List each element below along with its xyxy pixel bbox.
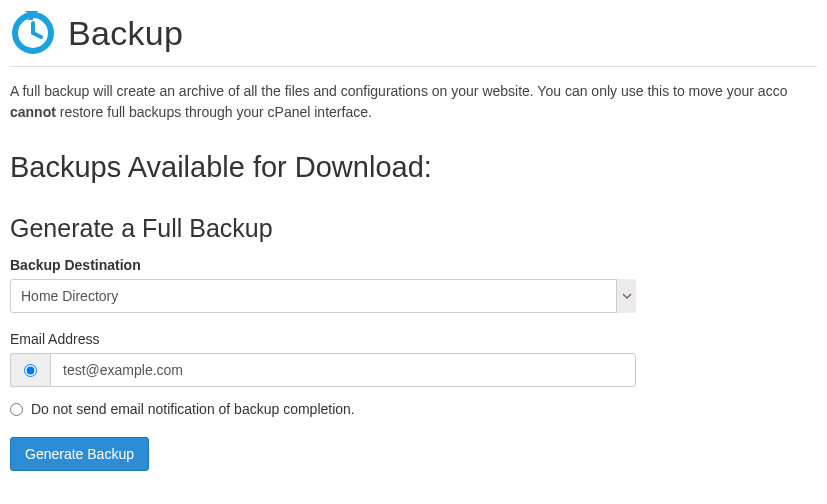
- backups-available-heading: Backups Available for Download:: [10, 151, 817, 184]
- generate-full-backup-heading: Generate a Full Backup: [10, 214, 817, 243]
- backup-destination-select[interactable]: Home Directory: [10, 279, 636, 313]
- backup-destination-label: Backup Destination: [10, 257, 817, 273]
- generate-backup-button[interactable]: Generate Backup: [10, 437, 149, 471]
- svg-line-2: [33, 33, 41, 37]
- backup-clock-icon: [10, 10, 56, 56]
- intro-text: A full backup will create an archive of …: [10, 81, 817, 123]
- no-email-radio[interactable]: [10, 403, 23, 416]
- send-email-radio-box[interactable]: [10, 353, 50, 387]
- send-email-radio[interactable]: [24, 364, 37, 377]
- email-address-label: Email Address: [10, 331, 817, 347]
- no-email-label: Do not send email notification of backup…: [31, 401, 355, 417]
- page-title: Backup: [68, 14, 183, 53]
- email-field[interactable]: [50, 353, 636, 387]
